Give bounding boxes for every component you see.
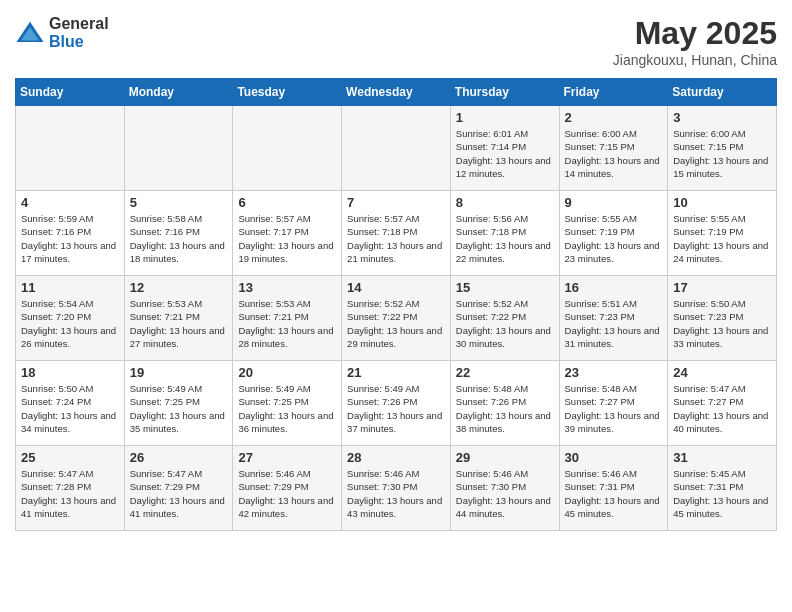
day-number: 7: [347, 195, 445, 210]
day-detail: Sunrise: 5:51 AMSunset: 7:23 PMDaylight:…: [565, 297, 663, 350]
calendar-cell: 21Sunrise: 5:49 AMSunset: 7:26 PMDayligh…: [342, 361, 451, 446]
calendar-header: SundayMondayTuesdayWednesdayThursdayFrid…: [16, 79, 777, 106]
calendar-cell: 6Sunrise: 5:57 AMSunset: 7:17 PMDaylight…: [233, 191, 342, 276]
day-number: 25: [21, 450, 119, 465]
calendar-cell: 17Sunrise: 5:50 AMSunset: 7:23 PMDayligh…: [668, 276, 777, 361]
day-detail: Sunrise: 6:00 AMSunset: 7:15 PMDaylight:…: [673, 127, 771, 180]
day-number: 22: [456, 365, 554, 380]
day-number: 27: [238, 450, 336, 465]
calendar-cell: 29Sunrise: 5:46 AMSunset: 7:30 PMDayligh…: [450, 446, 559, 531]
calendar-cell: 18Sunrise: 5:50 AMSunset: 7:24 PMDayligh…: [16, 361, 125, 446]
calendar-cell: 19Sunrise: 5:49 AMSunset: 7:25 PMDayligh…: [124, 361, 233, 446]
title-section: May 2025 Jiangkouxu, Hunan, China: [613, 15, 777, 68]
day-number: 23: [565, 365, 663, 380]
day-number: 2: [565, 110, 663, 125]
calendar-cell: 1Sunrise: 6:01 AMSunset: 7:14 PMDaylight…: [450, 106, 559, 191]
day-number: 12: [130, 280, 228, 295]
day-number: 20: [238, 365, 336, 380]
calendar-cell: 7Sunrise: 5:57 AMSunset: 7:18 PMDaylight…: [342, 191, 451, 276]
logo: General Blue: [15, 15, 109, 50]
calendar-week-row: 18Sunrise: 5:50 AMSunset: 7:24 PMDayligh…: [16, 361, 777, 446]
day-detail: Sunrise: 5:48 AMSunset: 7:26 PMDaylight:…: [456, 382, 554, 435]
day-detail: Sunrise: 5:45 AMSunset: 7:31 PMDaylight:…: [673, 467, 771, 520]
location-subtitle: Jiangkouxu, Hunan, China: [613, 52, 777, 68]
header: General Blue May 2025 Jiangkouxu, Hunan,…: [15, 15, 777, 68]
calendar-cell: 9Sunrise: 5:55 AMSunset: 7:19 PMDaylight…: [559, 191, 668, 276]
day-number: 6: [238, 195, 336, 210]
day-detail: Sunrise: 5:46 AMSunset: 7:29 PMDaylight:…: [238, 467, 336, 520]
day-number: 29: [456, 450, 554, 465]
calendar-table: SundayMondayTuesdayWednesdayThursdayFrid…: [15, 78, 777, 531]
calendar-cell: 30Sunrise: 5:46 AMSunset: 7:31 PMDayligh…: [559, 446, 668, 531]
day-detail: Sunrise: 5:47 AMSunset: 7:28 PMDaylight:…: [21, 467, 119, 520]
calendar-cell: 5Sunrise: 5:58 AMSunset: 7:16 PMDaylight…: [124, 191, 233, 276]
logo-text: General Blue: [49, 15, 109, 50]
day-number: 14: [347, 280, 445, 295]
logo-icon: [15, 18, 45, 48]
day-detail: Sunrise: 5:52 AMSunset: 7:22 PMDaylight:…: [456, 297, 554, 350]
day-detail: Sunrise: 5:46 AMSunset: 7:30 PMDaylight:…: [456, 467, 554, 520]
day-number: 18: [21, 365, 119, 380]
day-number: 21: [347, 365, 445, 380]
calendar-cell: 15Sunrise: 5:52 AMSunset: 7:22 PMDayligh…: [450, 276, 559, 361]
day-detail: Sunrise: 6:01 AMSunset: 7:14 PMDaylight:…: [456, 127, 554, 180]
day-detail: Sunrise: 5:49 AMSunset: 7:25 PMDaylight:…: [130, 382, 228, 435]
weekday-header-row: SundayMondayTuesdayWednesdayThursdayFrid…: [16, 79, 777, 106]
day-number: 8: [456, 195, 554, 210]
calendar-cell: 3Sunrise: 6:00 AMSunset: 7:15 PMDaylight…: [668, 106, 777, 191]
day-detail: Sunrise: 5:49 AMSunset: 7:26 PMDaylight:…: [347, 382, 445, 435]
calendar-cell: 22Sunrise: 5:48 AMSunset: 7:26 PMDayligh…: [450, 361, 559, 446]
day-detail: Sunrise: 5:47 AMSunset: 7:27 PMDaylight:…: [673, 382, 771, 435]
calendar-cell: [124, 106, 233, 191]
calendar-cell: 2Sunrise: 6:00 AMSunset: 7:15 PMDaylight…: [559, 106, 668, 191]
day-detail: Sunrise: 5:46 AMSunset: 7:30 PMDaylight:…: [347, 467, 445, 520]
calendar-cell: 11Sunrise: 5:54 AMSunset: 7:20 PMDayligh…: [16, 276, 125, 361]
day-detail: Sunrise: 5:55 AMSunset: 7:19 PMDaylight:…: [565, 212, 663, 265]
weekday-header-monday: Monday: [124, 79, 233, 106]
weekday-header-saturday: Saturday: [668, 79, 777, 106]
calendar-cell: 25Sunrise: 5:47 AMSunset: 7:28 PMDayligh…: [16, 446, 125, 531]
day-number: 28: [347, 450, 445, 465]
calendar-week-row: 1Sunrise: 6:01 AMSunset: 7:14 PMDaylight…: [16, 106, 777, 191]
day-number: 30: [565, 450, 663, 465]
calendar-cell: 14Sunrise: 5:52 AMSunset: 7:22 PMDayligh…: [342, 276, 451, 361]
day-detail: Sunrise: 5:53 AMSunset: 7:21 PMDaylight:…: [238, 297, 336, 350]
day-detail: Sunrise: 5:49 AMSunset: 7:25 PMDaylight:…: [238, 382, 336, 435]
calendar-cell: 28Sunrise: 5:46 AMSunset: 7:30 PMDayligh…: [342, 446, 451, 531]
calendar-cell: 10Sunrise: 5:55 AMSunset: 7:19 PMDayligh…: [668, 191, 777, 276]
day-number: 1: [456, 110, 554, 125]
calendar-cell: 31Sunrise: 5:45 AMSunset: 7:31 PMDayligh…: [668, 446, 777, 531]
day-detail: Sunrise: 5:57 AMSunset: 7:18 PMDaylight:…: [347, 212, 445, 265]
day-detail: Sunrise: 5:48 AMSunset: 7:27 PMDaylight:…: [565, 382, 663, 435]
calendar-cell: 16Sunrise: 5:51 AMSunset: 7:23 PMDayligh…: [559, 276, 668, 361]
calendar-cell: 24Sunrise: 5:47 AMSunset: 7:27 PMDayligh…: [668, 361, 777, 446]
weekday-header-sunday: Sunday: [16, 79, 125, 106]
day-number: 16: [565, 280, 663, 295]
calendar-week-row: 4Sunrise: 5:59 AMSunset: 7:16 PMDaylight…: [16, 191, 777, 276]
day-detail: Sunrise: 5:59 AMSunset: 7:16 PMDaylight:…: [21, 212, 119, 265]
day-number: 13: [238, 280, 336, 295]
calendar-cell: [16, 106, 125, 191]
calendar-week-row: 25Sunrise: 5:47 AMSunset: 7:28 PMDayligh…: [16, 446, 777, 531]
calendar-cell: 26Sunrise: 5:47 AMSunset: 7:29 PMDayligh…: [124, 446, 233, 531]
weekday-header-tuesday: Tuesday: [233, 79, 342, 106]
day-number: 10: [673, 195, 771, 210]
day-number: 17: [673, 280, 771, 295]
calendar-cell: 23Sunrise: 5:48 AMSunset: 7:27 PMDayligh…: [559, 361, 668, 446]
day-number: 15: [456, 280, 554, 295]
calendar-week-row: 11Sunrise: 5:54 AMSunset: 7:20 PMDayligh…: [16, 276, 777, 361]
day-detail: Sunrise: 5:57 AMSunset: 7:17 PMDaylight:…: [238, 212, 336, 265]
day-detail: Sunrise: 6:00 AMSunset: 7:15 PMDaylight:…: [565, 127, 663, 180]
day-detail: Sunrise: 5:50 AMSunset: 7:23 PMDaylight:…: [673, 297, 771, 350]
calendar-cell: 13Sunrise: 5:53 AMSunset: 7:21 PMDayligh…: [233, 276, 342, 361]
day-number: 31: [673, 450, 771, 465]
day-detail: Sunrise: 5:47 AMSunset: 7:29 PMDaylight:…: [130, 467, 228, 520]
day-detail: Sunrise: 5:55 AMSunset: 7:19 PMDaylight:…: [673, 212, 771, 265]
calendar-cell: 4Sunrise: 5:59 AMSunset: 7:16 PMDaylight…: [16, 191, 125, 276]
day-detail: Sunrise: 5:54 AMSunset: 7:20 PMDaylight:…: [21, 297, 119, 350]
day-number: 5: [130, 195, 228, 210]
day-number: 19: [130, 365, 228, 380]
weekday-header-friday: Friday: [559, 79, 668, 106]
calendar-cell: 8Sunrise: 5:56 AMSunset: 7:18 PMDaylight…: [450, 191, 559, 276]
day-number: 11: [21, 280, 119, 295]
